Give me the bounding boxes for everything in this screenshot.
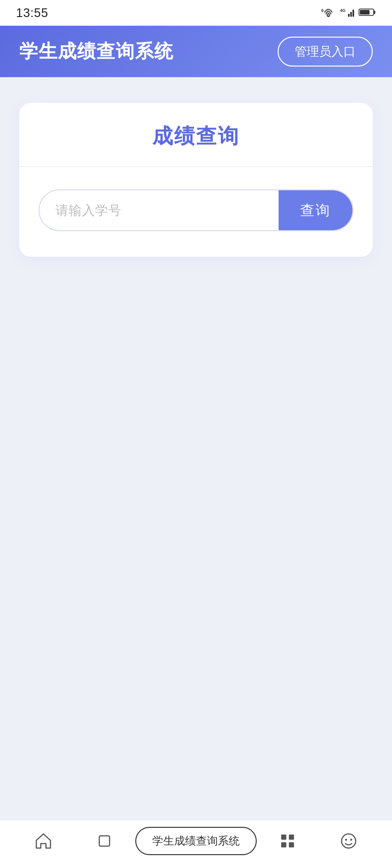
app-title: 学生成绩查询系统 — [19, 39, 173, 64]
app-header: 学生成绩查询系统 管理员入口 — [0, 26, 392, 77]
status-icons: 6 4G — [321, 7, 376, 18]
bottom-nav-bar: 学生成绩查询系统 — [0, 820, 392, 868]
svg-rect-11 — [289, 835, 294, 840]
status-time: 13:55 — [16, 6, 48, 20]
wifi-6g-icon: 6 — [321, 7, 335, 18]
query-card: 成绩查询 查询 — [19, 103, 373, 257]
nav-face[interactable] — [318, 830, 379, 852]
svg-point-14 — [341, 834, 356, 848]
svg-rect-7 — [374, 10, 375, 14]
signal-4g-icon: 4G — [340, 7, 354, 18]
nav-grid[interactable] — [257, 830, 318, 852]
recent-apps-icon — [93, 830, 116, 852]
main-content: 成绩查询 查询 — [0, 77, 392, 820]
battery-icon — [359, 8, 376, 18]
svg-rect-12 — [281, 842, 286, 847]
svg-rect-8 — [360, 10, 369, 14]
admin-entrance-button[interactable]: 管理员入口 — [277, 37, 373, 66]
nav-home[interactable] — [13, 830, 74, 852]
svg-text:4G: 4G — [340, 8, 346, 13]
status-bar: 13:55 6 4G — [0, 0, 392, 26]
card-title: 成绩查询 — [152, 124, 240, 148]
svg-rect-13 — [289, 842, 294, 847]
nav-center-app[interactable]: 学生成绩查询系统 — [135, 827, 257, 855]
svg-rect-10 — [281, 835, 286, 840]
search-row: 查询 — [38, 189, 354, 231]
svg-rect-9 — [99, 836, 109, 846]
svg-rect-5 — [353, 10, 354, 17]
nav-recent[interactable] — [74, 830, 135, 852]
grid-icon — [276, 830, 299, 852]
home-icon — [32, 830, 55, 852]
search-button[interactable]: 查询 — [279, 190, 353, 230]
card-header: 成绩查询 — [19, 103, 373, 167]
svg-rect-3 — [348, 14, 350, 17]
card-body: 查询 — [19, 167, 373, 257]
svg-point-16 — [350, 839, 352, 841]
svg-point-15 — [345, 839, 347, 841]
svg-text:6: 6 — [321, 8, 324, 13]
center-app-button[interactable]: 学生成绩查询系统 — [135, 827, 257, 855]
svg-rect-4 — [350, 12, 352, 17]
svg-point-1 — [328, 16, 329, 18]
face-icon — [337, 830, 360, 852]
student-id-input[interactable] — [39, 190, 279, 230]
